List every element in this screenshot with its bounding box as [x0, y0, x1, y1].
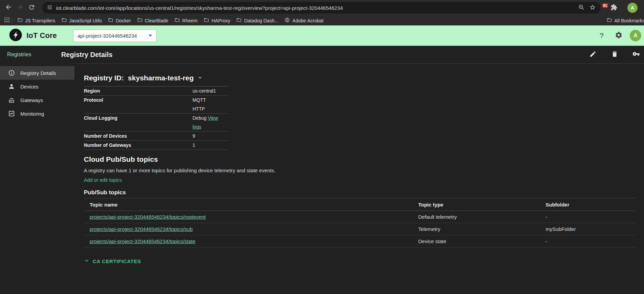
- refresh-icon: [28, 4, 35, 12]
- bookmark-label: Rheem: [182, 18, 198, 23]
- sidebar-item-label: Monitoring: [20, 111, 44, 117]
- cloud-logging-level: Debug: [192, 115, 206, 121]
- site-info-icon[interactable]: [47, 4, 53, 12]
- topic-link[interactable]: projects/api-project-320446546234/topics…: [90, 238, 196, 244]
- forward-icon: [16, 3, 24, 12]
- ca-certificates-toggle[interactable]: CA CERTIFICATES: [84, 258, 636, 264]
- extension-badge: 81: [602, 3, 608, 8]
- page-title: Registry Details: [61, 51, 112, 59]
- bookmark-label: JavaScript Utils: [69, 18, 102, 23]
- back-icon: [5, 3, 12, 12]
- refresh-button[interactable]: [26, 2, 37, 14]
- registry-keys-button[interactable]: [630, 49, 642, 60]
- ca-certificates-label: CA CERTIFICATES: [93, 258, 141, 264]
- devices-person-icon: [8, 83, 15, 90]
- registry-id-heading: Registry ID: skysharma-test-reg: [84, 74, 636, 82]
- sidebar-item-devices[interactable]: Devices: [0, 80, 74, 93]
- toolbar-right: 81 A: [605, 3, 644, 13]
- url-bar[interactable]: iot.clearblade.com/iot-core/app/location…: [42, 2, 601, 14]
- topic-type: Telemetry: [418, 226, 546, 232]
- forward-button[interactable]: [14, 2, 26, 14]
- page-header-actions: [587, 49, 644, 60]
- detail-row-protocol: Protocol MQTT HTTP: [84, 96, 228, 114]
- globe-icon: [284, 17, 290, 24]
- breadcrumb-registries[interactable]: Registries: [7, 52, 31, 58]
- registry-switcher-chevron-icon[interactable]: [197, 74, 203, 82]
- account-avatar[interactable]: A: [630, 30, 641, 41]
- gear-icon: [615, 31, 623, 40]
- detail-value: 9: [192, 132, 195, 140]
- topic-subfolder: -: [546, 238, 636, 244]
- topic-type: Default telemetry: [418, 214, 546, 220]
- detail-row-cloud-logging: Cloud Logging Debug View logs: [84, 114, 228, 132]
- project-selector-value: api-project-320446546234: [77, 33, 137, 39]
- sidebar-item-gateways[interactable]: Gateways: [0, 93, 74, 107]
- pencil-icon: [589, 51, 596, 59]
- bookmarks-divider: [12, 18, 12, 23]
- table-row: projects/api-project-320446546234/topics…: [84, 235, 636, 248]
- sidebar: Registry Details Devices Gateways Monito…: [0, 63, 74, 294]
- clearblade-logo: [9, 28, 22, 43]
- browser-profile-avatar[interactable]: A: [627, 3, 638, 13]
- app-header-actions: ? A: [596, 30, 643, 41]
- edit-registry-button[interactable]: [587, 49, 599, 60]
- zoom-icon[interactable]: [578, 4, 585, 12]
- bookmark-folder-rheem[interactable]: Rheem: [171, 16, 201, 25]
- detail-row-number-of-gateways: Number of Gateways 1: [84, 141, 228, 150]
- column-header-topic-name: Topic name: [84, 202, 418, 208]
- app-body: Registry Details Devices Gateways Monito…: [0, 63, 644, 294]
- folder-icon: [204, 17, 209, 24]
- extensions-puzzle-icon[interactable]: [610, 4, 618, 12]
- settings-button[interactable]: [613, 30, 624, 41]
- bookmark-label: Adobe Acrobat: [292, 18, 324, 23]
- bookmark-star-icon[interactable]: [589, 4, 596, 12]
- sidebar-item-registry-details[interactable]: Registry Details: [0, 66, 74, 80]
- apps-grid-icon[interactable]: [4, 17, 10, 24]
- help-icon[interactable]: ?: [596, 32, 607, 40]
- folder-icon: [607, 17, 612, 24]
- detail-value: Debug View logs: [192, 114, 228, 131]
- add-or-edit-topics-link[interactable]: Add or edit topics: [84, 177, 122, 183]
- info-icon: [8, 70, 15, 76]
- detail-row-region: Region us-central1: [84, 86, 228, 96]
- url-text[interactable]: iot.clearblade.com/iot-core/app/location…: [56, 5, 343, 11]
- bookmark-folder-haproxy[interactable]: HAProxy: [201, 16, 233, 25]
- sidebar-item-label: Registry Details: [20, 70, 56, 76]
- bookmark-folder-clearblade[interactable]: ClearBlade: [134, 16, 171, 25]
- sidebar-item-monitoring[interactable]: Monitoring: [0, 107, 74, 120]
- table-row: projects/api-project-320446546234/topics…: [84, 211, 636, 223]
- folder-icon: [236, 17, 242, 24]
- pubsub-topics-table: Topic name Topic type Subfolder projects…: [84, 198, 636, 248]
- detail-label: Protocol: [84, 96, 192, 104]
- bookmark-label: ClearBlade: [145, 18, 168, 23]
- delete-registry-button[interactable]: [609, 49, 620, 60]
- trash-icon: [611, 51, 618, 59]
- topic-link[interactable]: projects/api-project-320446546234/topics…: [90, 226, 193, 232]
- column-header-subfolder: Subfolder: [546, 202, 636, 208]
- folder-icon: [108, 17, 113, 24]
- column-header-topic-type: Topic type: [418, 202, 546, 208]
- back-button[interactable]: [3, 2, 14, 14]
- bookmark-folder-datadog[interactable]: Datadog Dash...: [233, 16, 281, 25]
- bookmark-folder-javascript-utils[interactable]: JavaScript Utils: [58, 16, 105, 25]
- chevron-down-icon: [149, 35, 152, 37]
- pubsub-section-heading: Cloud Pub/Sub topics: [84, 155, 636, 163]
- omnibox-icons: [578, 4, 596, 12]
- registry-id-value: skysharma-test-reg: [128, 74, 194, 82]
- bookmarks-bar: JS Transpilers JavaScript Utils Docker C…: [0, 16, 644, 25]
- bookmark-label: HAProxy: [211, 18, 230, 23]
- detail-label: Number of Devices: [84, 132, 192, 140]
- main-content: Registry ID: skysharma-test-reg Region u…: [74, 63, 644, 294]
- table-row: projects/api-project-320446546234/topics…: [84, 223, 636, 235]
- bookmark-adobe-acrobat[interactable]: Adobe Acrobat: [281, 16, 327, 25]
- gateway-router-icon: [8, 97, 15, 103]
- project-selector[interactable]: api-project-320446546234: [73, 30, 157, 42]
- all-bookmarks-button[interactable]: All Bookmarks: [607, 17, 644, 24]
- bookmark-folder-docker[interactable]: Docker: [105, 16, 134, 25]
- topic-subfolder: mySubFolder: [546, 226, 636, 232]
- chevron-down-icon: [84, 258, 90, 264]
- monitoring-chart-icon: [8, 110, 15, 117]
- bookmark-folder-js-transpilers[interactable]: JS Transpilers: [14, 16, 58, 25]
- topic-link[interactable]: projects/api-project-320446546234/topics…: [90, 214, 206, 220]
- registry-details-table: Region us-central1 Protocol MQTT HTTP Cl…: [84, 86, 228, 150]
